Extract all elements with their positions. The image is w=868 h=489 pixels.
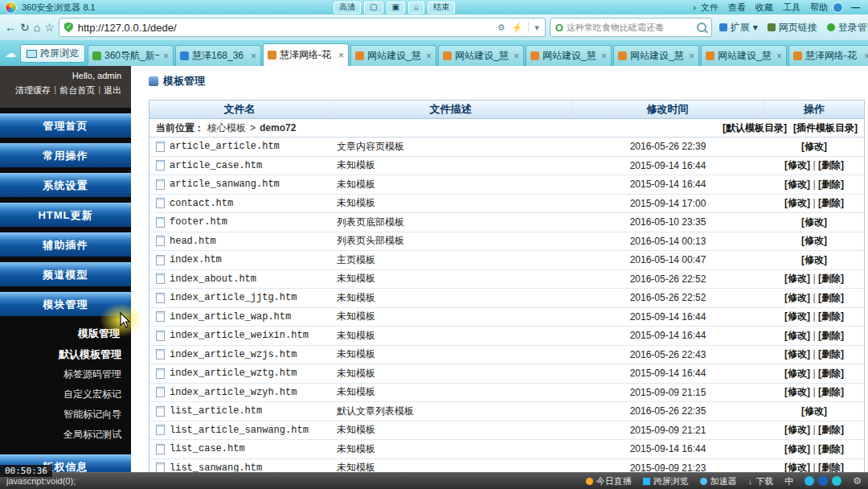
sidebar-submenu-item[interactable]: 全局标记测试 <box>0 425 131 445</box>
speed-mode-icon[interactable]: ⚡ <box>511 23 524 33</box>
edit-link[interactable]: [修改] <box>801 141 827 152</box>
edit-link[interactable]: [修改] <box>784 159 810 171</box>
tab-close-icon[interactable]: × <box>513 51 519 62</box>
column-header[interactable]: 文件名 <box>149 101 330 118</box>
edit-link[interactable]: [修改] <box>784 310 810 322</box>
minimize-button[interactable]: — <box>848 2 863 12</box>
delete-link[interactable]: [删除] <box>818 368 844 379</box>
file-name[interactable]: article_sanwang.htm <box>170 179 280 190</box>
recorder-button[interactable]: 高清 <box>334 2 361 14</box>
status-item[interactable]: 今日直播 <box>586 475 632 487</box>
column-header[interactable]: 操作 <box>764 101 864 118</box>
edit-link[interactable]: [修改] <box>801 405 827 417</box>
browser-tab[interactable]: 网站建设_慧× <box>350 45 436 66</box>
tab-close-icon[interactable]: × <box>600 51 607 62</box>
delete-link[interactable]: [删除] <box>818 292 844 303</box>
tab-close-icon[interactable]: × <box>688 51 694 62</box>
edit-link[interactable]: [修改] <box>784 443 810 454</box>
sidebar-section-button[interactable]: HTML更新 <box>0 203 131 227</box>
edit-link[interactable]: [修改] <box>784 424 810 435</box>
delete-link[interactable]: [删除] <box>818 424 844 435</box>
status-item[interactable]: ↓下载 <box>748 475 774 487</box>
file-name[interactable]: index_article_wztg.htm <box>170 368 297 379</box>
delete-link[interactable]: [删除] <box>818 273 844 284</box>
file-name[interactable]: list_sanwang.htm <box>170 462 262 473</box>
status-item[interactable]: 中 <box>784 475 793 487</box>
tab-close-icon[interactable]: × <box>162 51 169 62</box>
breadcrumb-root-link[interactable]: 核心模板 <box>207 121 246 135</box>
toolbar-item[interactable]: 扩展▾ <box>719 21 758 35</box>
delete-link[interactable]: [删除] <box>818 310 844 322</box>
edit-link[interactable]: [修改] <box>784 386 810 397</box>
delete-link[interactable]: [删除] <box>818 443 844 454</box>
file-name[interactable]: index_article_wzyh.htm <box>170 387 297 398</box>
status-item[interactable]: 跨屏浏览 <box>643 475 689 487</box>
sidebar-section-button[interactable]: 系统设置 <box>0 173 131 197</box>
search-query[interactable]: 这种常吃食物比砒霜还毒 <box>567 22 694 34</box>
home-button[interactable]: ⌂ <box>34 18 40 36</box>
back-button[interactable]: ← <box>5 18 16 36</box>
edit-link[interactable]: [修改] <box>784 368 810 379</box>
file-name[interactable]: contact.htm <box>170 198 233 209</box>
file-name[interactable]: list_article.htm <box>170 405 262 417</box>
tab-close-icon[interactable]: × <box>338 50 344 61</box>
status-dot-icon[interactable] <box>818 476 828 486</box>
sidebar-submenu-item[interactable]: 智能标记向导 <box>0 405 131 425</box>
delete-link[interactable]: [删除] <box>818 348 844 360</box>
edit-link[interactable]: [修改] <box>784 348 810 360</box>
browser-tab[interactable]: 慧泽网络-花× <box>788 45 868 66</box>
delete-link[interactable]: [删除] <box>818 330 844 341</box>
titlebar-app-icon[interactable] <box>833 2 843 13</box>
sidebar-top-link[interactable]: 退出 <box>104 84 121 97</box>
sidebar-section-button[interactable]: 常用操作 <box>0 143 131 167</box>
recorder-home-icon[interactable]: ⌂ <box>408 2 424 14</box>
tab-close-icon[interactable]: × <box>425 51 432 62</box>
favorites-button[interactable]: ☆ <box>44 18 55 36</box>
menu-collapse-icon[interactable]: › <box>693 2 696 12</box>
address-dropdown-icon[interactable]: ▾ <box>534 23 540 33</box>
menu-item[interactable]: 收藏 <box>755 2 773 14</box>
file-name[interactable]: index_article_wap.htm <box>170 311 291 323</box>
status-dot-icon[interactable] <box>805 476 814 486</box>
file-name[interactable]: index_article_jjtg.htm <box>170 292 297 303</box>
menu-item[interactable]: 帮助 <box>810 2 828 14</box>
sidebar-section-button[interactable]: 频道模型 <box>0 262 131 286</box>
file-name[interactable]: index_about.htm <box>170 273 256 285</box>
sidebar-submenu-item[interactable]: 标签源码管理 <box>0 364 131 384</box>
status-gear-icon[interactable]: ⚙ <box>853 475 862 487</box>
sidebar-section-button[interactable]: 辅助插件 <box>0 232 131 257</box>
sidebar-top-link[interactable]: 前台首页 <box>59 84 95 97</box>
delete-link[interactable]: [删除] <box>818 159 844 171</box>
browser-tab[interactable]: 慧泽168_36× <box>175 45 261 66</box>
file-name[interactable]: footer.htm <box>170 216 227 228</box>
file-name[interactable]: list_article_sanwang.htm <box>170 425 309 436</box>
dir-link[interactable]: [插件模板目录] <box>793 121 858 135</box>
delete-link[interactable]: [删除] <box>818 386 844 397</box>
search-icon[interactable] <box>697 23 706 32</box>
delete-link[interactable]: [删除] <box>818 197 844 208</box>
file-name[interactable]: list_case.htm <box>170 443 245 454</box>
browser-tab[interactable]: 网站建设_慧× <box>438 45 524 66</box>
cross-screen-button[interactable]: 跨屏浏览 <box>20 44 85 63</box>
edit-link[interactable]: [修改] <box>801 254 827 265</box>
search-box[interactable]: O 这种常吃食物比砒霜还毒 <box>550 18 712 37</box>
file-name[interactable]: index_article_wzjs.htm <box>170 349 297 360</box>
compat-gear-icon[interactable]: ⚙ <box>497 23 506 33</box>
edit-link[interactable]: [修改] <box>784 330 810 341</box>
menu-item[interactable]: 工具 <box>783 2 800 14</box>
browser-tab[interactable]: 360导航_新一× <box>88 45 174 66</box>
edit-link[interactable]: [修改] <box>784 292 810 303</box>
column-header[interactable]: 修改时间 <box>571 101 764 118</box>
menu-item[interactable]: 文件 <box>701 2 719 14</box>
sidebar-top-link[interactable]: 清理缓存 <box>15 84 51 97</box>
browser-tab[interactable]: 慧泽网络-花× <box>263 43 349 66</box>
sidebar-section-button[interactable]: 管理首页 <box>0 113 131 138</box>
edit-link[interactable]: [修改] <box>801 216 827 228</box>
tab-close-icon[interactable]: × <box>250 51 256 62</box>
edit-link[interactable]: [修改] <box>784 273 810 284</box>
file-name[interactable]: index_article_weixin.htm <box>170 330 309 341</box>
tab-close-icon[interactable]: × <box>863 51 868 62</box>
address-url[interactable]: http://127.0.0.1/dede/ <box>78 22 492 34</box>
browser-tab[interactable]: 网站建设_慧× <box>613 45 699 66</box>
cloud-icon[interactable]: ☁ <box>5 47 16 60</box>
